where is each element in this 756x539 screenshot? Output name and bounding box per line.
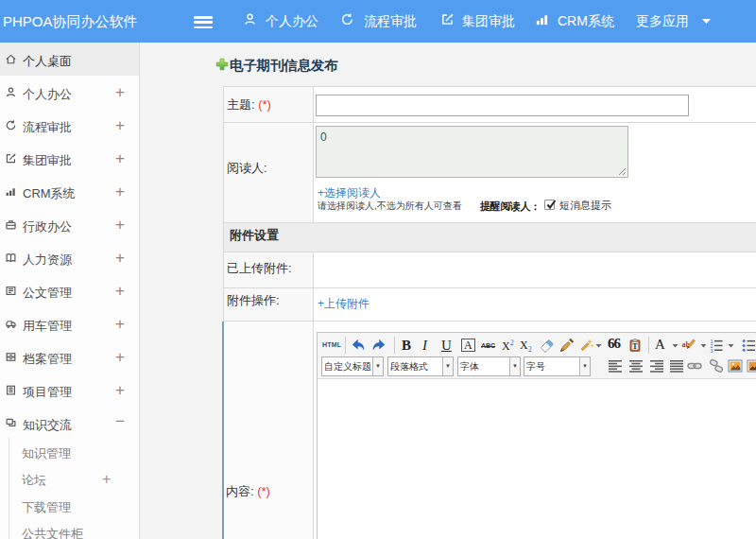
svg-text:3: 3 (711, 348, 713, 353)
svg-text:T: T (632, 342, 638, 351)
